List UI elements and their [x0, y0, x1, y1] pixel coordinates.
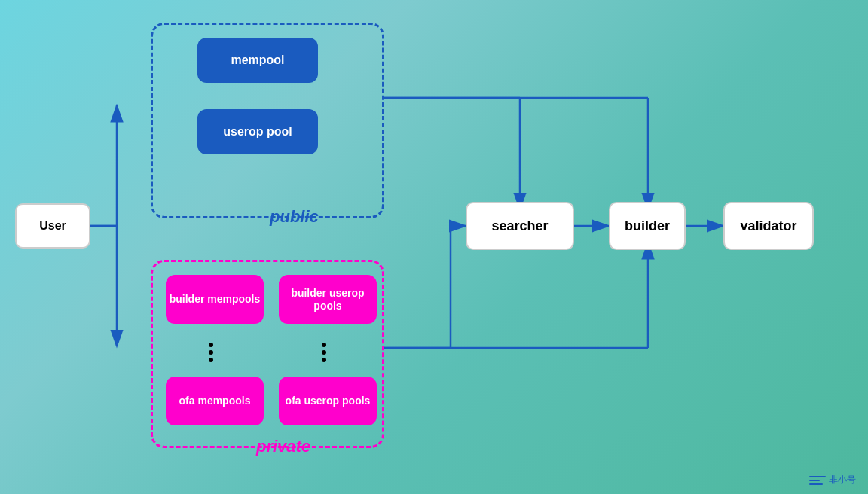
- dot5: [322, 350, 326, 355]
- builder-userop-pools-label: builder userop pools: [279, 287, 377, 313]
- user-label: User: [39, 219, 66, 233]
- builder-node: builder: [609, 202, 686, 250]
- dots-col1: [209, 343, 213, 362]
- diagram-container: User public mempool userop pool private …: [0, 0, 868, 494]
- watermark: 非小号: [809, 474, 856, 486]
- ofa-userop-pools-node: ofa userop pools: [279, 377, 377, 425]
- mempool-node: mempool: [197, 38, 318, 83]
- userop-pool-node: userop pool: [197, 109, 318, 154]
- ofa-mempools-node: ofa mempools: [166, 377, 264, 425]
- userop-pool-label: userop pool: [223, 124, 292, 139]
- private-label: private: [256, 437, 310, 456]
- builder-label: builder: [625, 218, 670, 234]
- dot2: [209, 350, 213, 355]
- builder-mempools-label: builder mempools: [170, 293, 261, 306]
- dot6: [322, 358, 326, 362]
- watermark-text: 非小号: [829, 474, 856, 486]
- user-node: User: [15, 203, 90, 249]
- mempool-label: mempool: [231, 53, 284, 67]
- validator-label: validator: [740, 218, 796, 234]
- dot3: [209, 358, 213, 362]
- builder-userop-pools-node: builder userop pools: [279, 275, 377, 324]
- validator-node: validator: [723, 202, 814, 250]
- searcher-label: searcher: [491, 218, 548, 234]
- ofa-userop-pools-label: ofa userop pools: [286, 395, 371, 407]
- ofa-mempools-label: ofa mempools: [179, 395, 251, 407]
- public-label: public: [270, 207, 319, 227]
- searcher-node: searcher: [466, 202, 574, 250]
- builder-mempools-node: builder mempools: [166, 275, 264, 324]
- dots-col2: [322, 343, 326, 362]
- watermark-icon: [809, 474, 826, 486]
- dot4: [322, 343, 326, 347]
- dot1: [209, 343, 213, 347]
